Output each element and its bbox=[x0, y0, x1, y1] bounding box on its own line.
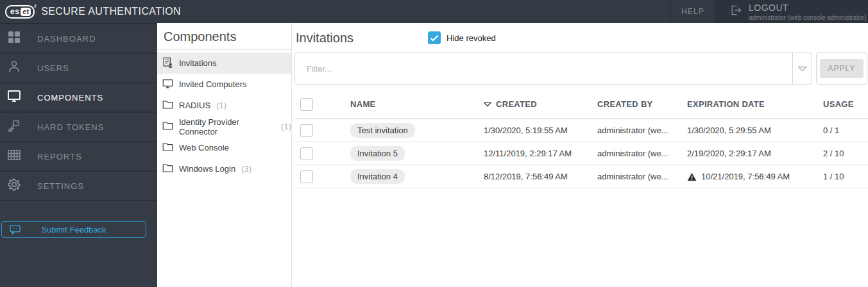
sidebar-item-label: HARD TOKENS bbox=[37, 122, 104, 132]
sidebar-item-reports[interactable]: REPORTS bbox=[0, 142, 157, 172]
filter-input[interactable] bbox=[295, 53, 792, 84]
filter-dropdown-button[interactable] bbox=[792, 53, 812, 84]
hide-revoked-label: Hide revoked bbox=[447, 33, 496, 43]
app-title: SECURE AUTHENTICATION bbox=[41, 6, 181, 17]
sidebar-item-label: DASHBOARD bbox=[37, 34, 96, 44]
created-cell: 8/12/2019, 7:56:49 AM bbox=[484, 172, 597, 181]
filter-row: APPLY bbox=[294, 53, 867, 85]
components-item-count: (1) bbox=[281, 122, 291, 131]
monitor-icon bbox=[6, 88, 22, 106]
submit-feedback-button[interactable]: Submit Feedback bbox=[1, 221, 146, 238]
column-header-usage[interactable]: USAGE bbox=[823, 99, 868, 109]
components-item-label: Invitations bbox=[179, 58, 217, 68]
row-checkbox[interactable] bbox=[300, 147, 313, 160]
sidebar-item-label: COMPONENTS bbox=[37, 93, 103, 102]
eset-logo: es et bbox=[5, 5, 35, 19]
feedback-bubble-icon bbox=[10, 225, 21, 234]
components-list: Invitations Invited Computers bbox=[157, 50, 291, 179]
expiration-cell: 10/21/2019, 7:56:49 AM bbox=[687, 172, 823, 181]
sidebar-item-label: SETTINGS bbox=[37, 181, 84, 191]
column-header-expiration-date[interactable]: EXPIRATION DATE bbox=[687, 99, 823, 109]
hide-revoked-checkbox[interactable] bbox=[428, 31, 441, 44]
report-grid-icon bbox=[6, 147, 22, 165]
invitations-view: Invitations Hide revoked bbox=[292, 23, 868, 287]
main-nav-sidebar: DASHBOARD USERS COMPONENTS bbox=[0, 23, 157, 287]
logout-text-block: LOGOUT administrator (web console admini… bbox=[749, 3, 866, 23]
sidebar-item-dashboard[interactable]: DASHBOARD bbox=[0, 24, 157, 54]
logout-icon bbox=[729, 3, 742, 23]
row-checkbox[interactable] bbox=[300, 124, 313, 137]
logout-button[interactable]: LOGOUT administrator (web console admini… bbox=[715, 0, 868, 23]
invitation-name-badge: Invitation 5 bbox=[350, 146, 405, 161]
sidebar-item-label: USERS bbox=[37, 63, 69, 73]
table-row[interactable]: Test invitation 1/30/2020, 5:19:55 AM ad… bbox=[294, 119, 868, 142]
key-icon bbox=[6, 118, 22, 136]
sidebar-spacer bbox=[0, 201, 157, 221]
components-item-count: (3) bbox=[241, 164, 251, 174]
components-panel: Components Invitations bbox=[157, 23, 292, 287]
user-icon bbox=[6, 59, 22, 77]
filter-box bbox=[294, 53, 812, 85]
folder-icon bbox=[162, 99, 173, 112]
chevron-down-icon bbox=[798, 66, 807, 72]
components-item-invitations[interactable]: Invitations bbox=[157, 53, 291, 74]
components-item-label: Windows Login bbox=[179, 164, 235, 174]
components-item-invited-computers[interactable]: Invited Computers bbox=[157, 74, 291, 95]
sort-desc-icon bbox=[484, 102, 491, 107]
select-all-checkbox[interactable] bbox=[300, 98, 313, 111]
invitation-name-badge: Invitation 4 bbox=[350, 169, 405, 184]
checkmark-icon bbox=[430, 35, 439, 42]
row-checkbox[interactable] bbox=[300, 170, 313, 183]
invitation-name-badge: Test invitation bbox=[350, 123, 415, 138]
invitations-table: NAME CREATED CREATED BY EXPIRATION DATE … bbox=[294, 90, 868, 188]
components-item-label: Invited Computers bbox=[179, 79, 247, 89]
column-header-name[interactable]: NAME bbox=[350, 99, 484, 109]
components-item-windows-login[interactable]: Windows Login (3) bbox=[157, 158, 291, 179]
eset-logo-text-boxed: et bbox=[21, 8, 31, 16]
apply-button[interactable]: APPLY bbox=[820, 59, 864, 78]
created-by-cell: administrator (we... bbox=[597, 172, 687, 181]
components-item-radius[interactable]: RADIUS (1) bbox=[157, 95, 291, 116]
dashboard-icon bbox=[6, 29, 22, 47]
top-bar: es et SECURE AUTHENTICATION HELP LOGOUT … bbox=[0, 0, 868, 23]
sidebar-item-components[interactable]: COMPONENTS bbox=[0, 83, 157, 113]
monitor-icon bbox=[162, 78, 173, 91]
expired-warning-icon bbox=[687, 172, 697, 181]
components-item-web-console[interactable]: Web Console bbox=[157, 137, 291, 158]
components-panel-title: Components bbox=[157, 23, 291, 50]
created-cell: 12/11/2019, 2:29:17 AM bbox=[484, 149, 597, 158]
column-header-created[interactable]: CREATED bbox=[484, 99, 597, 109]
hide-revoked-toggle[interactable]: Hide revoked bbox=[428, 31, 496, 44]
created-by-cell: administrator (we... bbox=[597, 126, 687, 135]
column-header-created-by[interactable]: CREATED BY bbox=[597, 99, 687, 109]
submit-feedback-label: Submit Feedback bbox=[41, 225, 106, 234]
invitations-header: Invitations Hide revoked bbox=[294, 23, 868, 53]
folder-icon bbox=[162, 142, 173, 154]
apply-button-container: APPLY bbox=[816, 53, 867, 85]
usage-cell: 0 / 1 bbox=[823, 126, 868, 135]
brand-area: es et SECURE AUTHENTICATION bbox=[0, 0, 670, 23]
eset-secure-authentication-console: es et SECURE AUTHENTICATION HELP LOGOUT … bbox=[0, 0, 868, 287]
usage-cell: 2 / 10 bbox=[823, 149, 868, 158]
help-button[interactable]: HELP bbox=[671, 0, 715, 23]
sidebar-item-hard-tokens[interactable]: HARD TOKENS bbox=[0, 113, 157, 142]
sidebar-item-users[interactable]: USERS bbox=[0, 54, 157, 83]
logged-in-user: administrator (web console administrator… bbox=[749, 14, 866, 21]
table-row[interactable]: Invitation 5 12/11/2019, 2:29:17 AM admi… bbox=[294, 142, 868, 165]
table-header-row: NAME CREATED CREATED BY EXPIRATION DATE … bbox=[294, 90, 868, 119]
created-cell: 1/30/2020, 5:19:55 AM bbox=[484, 126, 597, 135]
table-row[interactable]: Invitation 4 8/12/2019, 7:56:49 AM admin… bbox=[294, 165, 868, 188]
components-item-label: RADIUS bbox=[179, 101, 210, 110]
components-item-identity-provider-connector[interactable]: Identity Provider Connector (1) bbox=[157, 116, 291, 137]
usage-cell: 1 / 10 bbox=[823, 172, 868, 181]
components-item-label: Web Console bbox=[179, 143, 229, 152]
invitation-list-icon bbox=[162, 57, 173, 70]
folder-icon bbox=[162, 163, 173, 176]
page-title: Invitations bbox=[296, 31, 353, 45]
components-item-label: Identity Provider Connector bbox=[179, 117, 275, 136]
sidebar-item-settings[interactable]: SETTINGS bbox=[0, 172, 157, 201]
expiration-cell: 2/19/2020, 2:29:17 AM bbox=[687, 149, 823, 158]
folder-icon bbox=[162, 120, 173, 133]
sidebar-item-label: REPORTS bbox=[37, 152, 82, 161]
logout-label: LOGOUT bbox=[749, 3, 866, 13]
